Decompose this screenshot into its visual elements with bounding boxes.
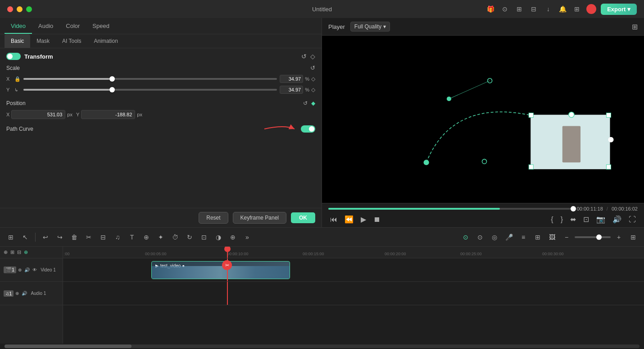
tool-loop[interactable]: ↻ (183, 231, 196, 243)
layout-icon[interactable]: ⊞ (514, 4, 524, 14)
zoom-out-btn[interactable]: − (560, 231, 573, 243)
mic-btn[interactable]: 🎤 (503, 231, 515, 243)
position-keyframe-icon[interactable]: ◆ (311, 100, 315, 106)
grid-icon[interactable]: ⊞ (572, 4, 582, 14)
ok-button[interactable]: OK (291, 212, 315, 223)
zoom-fit-button[interactable]: ⊡ (581, 214, 591, 225)
track-btn[interactable]: ≡ (517, 231, 530, 243)
video-track-eye-icon[interactable]: 👁 (32, 267, 37, 272)
scale-x-thumb[interactable] (109, 76, 115, 82)
scale-y-keyframe-btn[interactable]: ◇ (311, 87, 315, 93)
tool-select[interactable]: ↖ (19, 231, 32, 243)
gift-icon[interactable]: 🎁 (485, 4, 495, 14)
zoom-slider[interactable] (575, 236, 611, 238)
keyframe-panel-button[interactable]: Keyframe Panel (233, 212, 286, 224)
play-button[interactable]: ▶ (359, 214, 368, 225)
tool-undo[interactable]: ↩ (39, 231, 52, 243)
save-icon[interactable]: ⊟ (529, 4, 539, 14)
tab-color[interactable]: Color (59, 18, 86, 34)
tab-animation[interactable]: Animation (87, 34, 124, 48)
scale-x-slider[interactable] (23, 78, 277, 80)
position-x-input[interactable] (11, 110, 65, 119)
tool-effects[interactable]: ✦ (154, 231, 167, 243)
progress-thumb[interactable] (571, 206, 576, 211)
tab-video[interactable]: Video (5, 18, 32, 34)
add-track-icon[interactable]: ⊕ (4, 249, 8, 255)
scale-y-thumb[interactable] (109, 87, 115, 92)
tool-mask[interactable]: ◑ (212, 231, 225, 243)
transform-reset-icon[interactable]: ↺ (301, 53, 307, 60)
tool-detach[interactable]: ⊕ (227, 231, 239, 243)
download-icon[interactable]: ↓ (543, 4, 553, 14)
minimize-button[interactable] (17, 6, 23, 12)
tab-ai-tools[interactable]: AI Tools (56, 34, 87, 48)
video-track-add-icon[interactable]: ⊕ (18, 267, 22, 272)
scale-y-input[interactable] (280, 86, 303, 94)
progress-track[interactable] (328, 208, 573, 210)
tool-redo[interactable]: ↪ (54, 231, 66, 243)
search-icon[interactable]: ⊙ (500, 4, 510, 14)
plus-track-btn[interactable]: ⊞ (531, 231, 544, 243)
scale-y-slider[interactable] (23, 89, 277, 91)
scale-reset-icon[interactable]: ↺ (310, 64, 315, 71)
scale-x-keyframe-btn[interactable]: ◇ (311, 76, 315, 82)
mark-out-button[interactable]: } (559, 215, 565, 225)
transform-toggle[interactable] (6, 53, 21, 60)
video-track-vol-icon[interactable]: 🔊 (24, 267, 30, 272)
window-title: Untitled (312, 6, 332, 13)
audio-track-vol-icon[interactable]: 🔊 (22, 291, 27, 296)
tab-basic[interactable]: Basic (5, 34, 30, 48)
layout-btn[interactable]: ⊞ (627, 231, 639, 243)
tool-split[interactable]: ⊞ (5, 231, 17, 243)
scrollbar-thumb[interactable] (5, 344, 132, 348)
insert-button[interactable]: ⬌ (568, 214, 578, 225)
player-grid-icon[interactable]: ⊞ (632, 23, 638, 31)
track-collapse-icon[interactable]: ⊟ (17, 249, 21, 255)
audio-track-add-icon[interactable]: ⊕ (15, 291, 19, 296)
snapshot-button[interactable]: 📷 (594, 214, 607, 225)
step-back-button[interactable]: ⏪ (343, 214, 355, 225)
stop-button[interactable]: ⏹ (372, 215, 382, 225)
scale-x-input[interactable] (280, 75, 303, 83)
ruler-time-10: 00:00:10:00 (227, 252, 249, 256)
zoom-in-btn[interactable]: + (612, 231, 625, 243)
export-button[interactable]: Export ▾ (601, 4, 637, 15)
fullscreen-button[interactable]: ⛶ (627, 215, 638, 225)
video-clip[interactable]: ▶ test_video ● (151, 261, 290, 279)
mark-in-button[interactable]: { (549, 215, 555, 225)
reset-button[interactable]: Reset (199, 212, 228, 224)
rewind-button[interactable]: ⏮ (328, 215, 339, 225)
tool-screen[interactable]: ⊡ (198, 231, 210, 243)
tool-speed[interactable]: ⏱ (169, 231, 181, 243)
tool-text[interactable]: T (126, 231, 138, 243)
track-options-icon[interactable]: ⊞ (10, 249, 14, 255)
timeline-tracks[interactable]: :00 00:00:05:00 00:00:10:00 00:00:15:00 … (63, 247, 644, 344)
tool-crop[interactable]: ⊟ (97, 231, 109, 243)
position-inputs: X px Y px (6, 110, 315, 119)
track-link-icon[interactable]: ⊕ (24, 249, 28, 255)
tab-speed[interactable]: Speed (86, 18, 116, 34)
bell-icon[interactable]: 🔔 (558, 4, 567, 14)
transform-keyframe-icon[interactable]: ◇ (310, 53, 315, 60)
snap-btn[interactable]: ⊙ (459, 231, 472, 243)
path-curve-toggle[interactable] (301, 125, 315, 133)
position-y-input[interactable] (81, 110, 135, 119)
close-button[interactable] (7, 6, 13, 12)
export-img-btn[interactable]: 🖼 (546, 231, 558, 243)
tool-cut[interactable]: ✂ (82, 231, 95, 243)
tab-mask[interactable]: Mask (30, 34, 56, 48)
voice-btn[interactable]: ◎ (488, 231, 501, 243)
horizontal-scrollbar[interactable] (5, 344, 639, 348)
tool-zoom-in[interactable]: ⊕ (140, 231, 153, 243)
lock-icon[interactable]: 🔒 (14, 76, 21, 82)
magnet-btn[interactable]: ⊙ (474, 231, 486, 243)
tool-audio[interactable]: ♫ (111, 231, 124, 243)
volume-button[interactable]: 🔊 (611, 214, 623, 225)
tool-delete[interactable]: 🗑 (68, 231, 81, 243)
maximize-button[interactable] (26, 6, 32, 12)
tool-more[interactable]: » (241, 231, 254, 243)
quality-select[interactable]: Full Quality ▾ (350, 22, 390, 32)
avatar[interactable] (586, 4, 596, 14)
tab-audio[interactable]: Audio (32, 18, 59, 34)
position-reset-icon[interactable]: ↺ (303, 100, 308, 106)
